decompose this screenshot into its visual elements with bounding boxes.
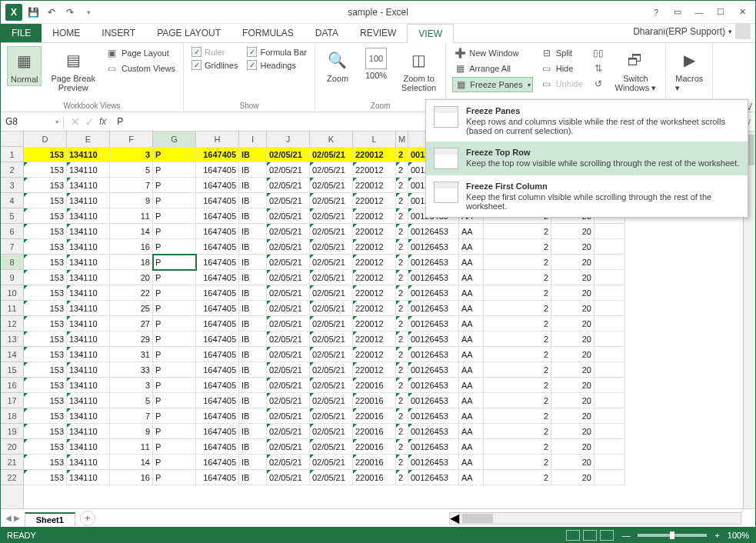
cell[interactable]: 02/05/21 xyxy=(267,362,310,378)
cell[interactable]: P xyxy=(153,393,196,408)
cell[interactable]: 2 xyxy=(396,378,408,393)
cell[interactable]: AA xyxy=(459,224,484,239)
row-header-3[interactable]: 3 xyxy=(1,178,23,193)
cell[interactable]: 33 xyxy=(110,362,153,378)
help-icon[interactable]: ? xyxy=(646,5,666,20)
cell[interactable]: 2 xyxy=(396,270,408,285)
cell[interactable]: 16 xyxy=(110,470,153,485)
row-header-19[interactable]: 19 xyxy=(1,424,23,439)
normal-view-status-icon[interactable] xyxy=(566,530,580,541)
cell[interactable]: 153 xyxy=(24,316,67,331)
cell[interactable]: IB xyxy=(239,270,267,285)
cell[interactable]: 1647405 xyxy=(196,362,239,378)
cell[interactable]: 02/05/21 xyxy=(267,424,310,439)
cell[interactable]: 220012 xyxy=(353,301,396,316)
cell[interactable]: 00126453 xyxy=(408,424,459,439)
cell[interactable] xyxy=(594,301,625,316)
new-sheet-button[interactable]: + xyxy=(80,511,95,526)
cell[interactable]: 20 xyxy=(551,285,594,301)
cell[interactable]: 134110 xyxy=(67,285,110,301)
tab-data[interactable]: DATA xyxy=(305,24,349,42)
cell[interactable] xyxy=(594,362,625,378)
zoom-button[interactable]: 🔍Zoom xyxy=(321,46,354,85)
cell[interactable]: 11 xyxy=(110,439,153,455)
cell[interactable]: 02/05/21 xyxy=(267,285,310,301)
cell[interactable]: 22 xyxy=(110,285,153,301)
cell[interactable]: 153 xyxy=(24,224,67,239)
cell[interactable]: 153 xyxy=(24,347,67,362)
cell[interactable]: 153 xyxy=(24,178,67,193)
cell[interactable]: 134110 xyxy=(67,178,110,193)
cell[interactable]: P xyxy=(153,239,196,255)
cell[interactable]: 153 xyxy=(24,393,67,408)
cell[interactable]: 134110 xyxy=(67,470,110,485)
freeze-first-column-option[interactable]: Freeze First ColumnKeep the first column… xyxy=(426,175,748,217)
cell[interactable]: 1647405 xyxy=(196,147,239,162)
cell[interactable]: 02/05/21 xyxy=(267,439,310,455)
cell[interactable]: 220012 xyxy=(353,285,396,301)
cell[interactable]: 220016 xyxy=(353,424,396,439)
cell[interactable]: 00126453 xyxy=(408,316,459,331)
cell[interactable]: 02/05/21 xyxy=(310,239,353,255)
row-header-12[interactable]: 12 xyxy=(1,316,23,331)
cell[interactable]: 02/05/21 xyxy=(310,408,353,424)
close-icon[interactable]: ✕ xyxy=(732,5,752,20)
cell[interactable]: 02/05/21 xyxy=(267,270,310,285)
cell[interactable]: IB xyxy=(239,285,267,301)
cell[interactable]: 134110 xyxy=(67,455,110,470)
cell[interactable]: P xyxy=(153,331,196,347)
cell[interactable]: 1647405 xyxy=(196,378,239,393)
sheet-tab-sheet1[interactable]: Sheet1 xyxy=(25,512,75,526)
cell[interactable]: 00126453 xyxy=(408,331,459,347)
cell[interactable]: 00126453 xyxy=(408,347,459,362)
cell[interactable]: 02/05/21 xyxy=(267,393,310,408)
cell[interactable]: AA xyxy=(459,331,484,347)
cell[interactable] xyxy=(594,455,625,470)
cell[interactable]: IB xyxy=(239,316,267,331)
cell[interactable]: 220012 xyxy=(353,331,396,347)
cell[interactable]: AA xyxy=(459,439,484,455)
cell[interactable]: IB xyxy=(239,178,267,193)
cell[interactable] xyxy=(594,239,625,255)
cell[interactable] xyxy=(594,316,625,331)
column-header-D[interactable]: D xyxy=(24,132,67,147)
cell[interactable]: 2 xyxy=(396,255,408,270)
row-header-16[interactable]: 16 xyxy=(1,378,23,393)
cell[interactable]: 02/05/21 xyxy=(267,347,310,362)
row-header-7[interactable]: 7 xyxy=(1,239,23,255)
cell[interactable]: AA xyxy=(459,285,484,301)
cell[interactable]: 7 xyxy=(110,408,153,424)
cell[interactable]: 1647405 xyxy=(196,162,239,178)
cell[interactable]: 02/05/21 xyxy=(310,347,353,362)
cell[interactable]: 220012 xyxy=(353,316,396,331)
row-header-8[interactable]: 8 xyxy=(1,255,23,270)
cell[interactable]: AA xyxy=(459,301,484,316)
zoom-slider[interactable] xyxy=(638,534,707,537)
row-header-10[interactable]: 10 xyxy=(1,285,23,301)
cell[interactable]: 2 xyxy=(484,270,551,285)
view-mode-icons[interactable] xyxy=(566,530,614,541)
cell[interactable]: P xyxy=(153,362,196,378)
cell[interactable]: 20 xyxy=(551,378,594,393)
row-header-4[interactable]: 4 xyxy=(1,193,23,208)
cell[interactable]: 02/05/21 xyxy=(267,147,310,162)
cell[interactable]: IB xyxy=(239,439,267,455)
cell[interactable]: 1647405 xyxy=(196,316,239,331)
cell[interactable]: 02/05/21 xyxy=(310,362,353,378)
cell[interactable]: 14 xyxy=(110,455,153,470)
cell[interactable]: 02/05/21 xyxy=(267,331,310,347)
cell[interactable]: 02/05/21 xyxy=(310,208,353,224)
cell[interactable]: 2 xyxy=(484,255,551,270)
redo-icon[interactable]: ↷ xyxy=(62,5,78,20)
cell[interactable]: P xyxy=(153,224,196,239)
cell[interactable] xyxy=(594,393,625,408)
cell[interactable]: 1647405 xyxy=(196,270,239,285)
cell[interactable]: 153 xyxy=(24,362,67,378)
cell[interactable]: 02/05/21 xyxy=(267,455,310,470)
qat-customize-icon[interactable]: ▾ xyxy=(81,5,96,20)
cell[interactable]: IB xyxy=(239,147,267,162)
cell[interactable]: P xyxy=(153,347,196,362)
cell[interactable]: 134110 xyxy=(67,193,110,208)
normal-view-button[interactable]: ▦ Normal xyxy=(7,46,42,86)
cell[interactable]: 134110 xyxy=(67,208,110,224)
